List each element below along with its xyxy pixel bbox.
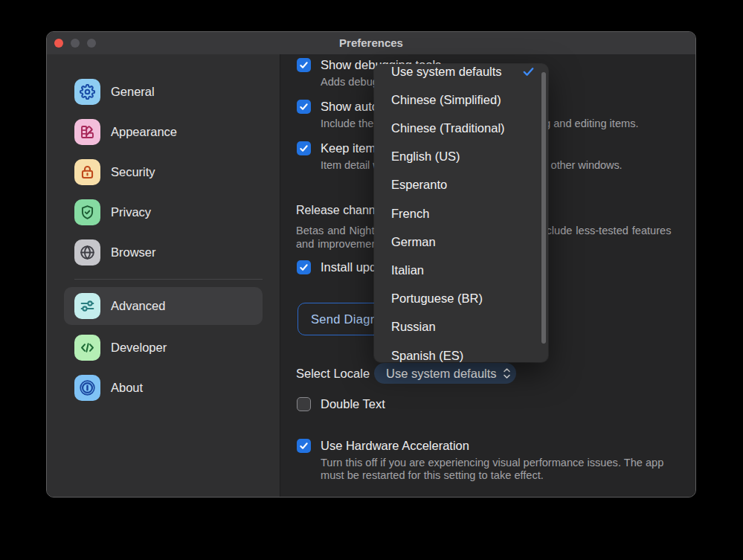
sidebar-item-developer[interactable]: Developer [64,327,263,367]
keep-item-details-checkbox[interactable] [297,141,311,155]
select-locale-row: Select Locale Use system defaults [296,367,370,381]
sidebar-item-about[interactable]: About [64,367,263,408]
titlebar: Preferences [47,32,695,55]
menu-item[interactable]: Chinese (Traditional) [374,114,548,142]
checkmark-icon [299,263,309,272]
sidebar-item-general[interactable]: General [64,71,263,112]
globe-icon [74,239,100,265]
setting-hardware-acceleration: Use Hardware Acceleration [297,439,469,453]
setting-description: Turn this off if you are experiencing vi… [321,457,670,482]
menu-item-label: Use system defaults [391,65,522,79]
menu-item-label: Chinese (Traditional) [391,121,535,135]
menu-item[interactable]: Esperanto [374,171,548,199]
menu-item[interactable]: Use system defaults [374,64,548,86]
sidebar-item-security[interactable]: Security [64,152,263,192]
chevron-up-down-icon [503,367,511,379]
sidebar-item-label: Appearance [111,125,177,139]
checkmark-icon [299,144,309,153]
sidebar-item-label: Security [111,165,155,179]
double-text-checkbox[interactable] [297,397,311,411]
sidebar-item-advanced[interactable]: Advanced [64,287,263,325]
window-title: Preferences [47,32,695,54]
color-swatches-icon [74,119,100,145]
sidebar-item-label: Privacy [111,205,151,219]
hardware-acceleration-checkbox[interactable] [297,439,311,453]
release-channel-heading: Release channel [296,204,385,217]
preferences-window: Preferences General [46,31,696,498]
menu-item-label: Chinese (Simplified) [391,93,535,107]
menu-item[interactable]: Italian [374,256,548,284]
show-automatic-suggestions-checkbox[interactable] [297,100,311,114]
setting-title: Double Text [321,397,385,411]
sidebar-item-appearance[interactable]: Appearance [64,112,263,152]
selected-checkmark-icon [522,65,535,78]
sidebar-item-label: Advanced [111,299,165,313]
sidebar-item-browser[interactable]: Browser [64,232,263,272]
menu-item-label: Portuguese (BR) [391,292,535,306]
menu-item[interactable]: Portuguese (BR) [374,285,548,313]
shield-check-icon [74,199,100,225]
menu-item[interactable]: English (US) [374,143,548,171]
sidebar: General Appearance [47,54,280,497]
show-debugging-tools-checkbox[interactable] [297,58,311,72]
menu-item[interactable]: Spanish (ES) [374,341,548,362]
sidebar-item-label: Browser [111,245,156,260]
locale-dropdown-menu: Use system defaults Chinese (Simplified)… [374,64,548,362]
setting-title: Use Hardware Acceleration [321,439,469,453]
sidebar-divider [74,279,263,280]
checkmark-icon [299,102,309,112]
install-updates-checkbox[interactable] [297,260,311,274]
menu-item-label: English (US) [391,149,535,164]
window-body: General Appearance [47,54,695,497]
gear-icon [74,79,100,105]
lock-icon [74,159,100,185]
menu-item-label: Italian [391,263,535,277]
sidebar-item-label: General [111,85,155,99]
locale-select[interactable]: Use system defaults [374,363,516,384]
checkmark-icon [299,60,309,70]
menu-item[interactable]: Russian [374,313,548,341]
menu-scrollbar[interactable] [541,72,546,344]
onepassword-logo-icon [74,375,100,401]
menu-item-label: Esperanto [391,178,535,192]
sliders-icon [74,293,100,319]
menu-item-label: Spanish (ES) [391,349,535,363]
code-icon [74,335,100,361]
menu-item-label: Russian [391,320,535,334]
sidebar-item-label: Developer [111,341,167,355]
sidebar-list: General Appearance [64,71,263,408]
menu-item[interactable]: French [374,199,548,228]
setting-double-text: Double Text [297,397,385,411]
desktop-background: Preferences General [0,0,743,560]
sidebar-item-label: About [111,381,143,395]
menu-item-label: German [391,235,535,249]
checkmark-icon [299,441,309,451]
sidebar-item-privacy[interactable]: Privacy [64,192,263,232]
locale-select-value: Use system defaults [386,367,497,381]
menu-item-label: French [391,207,535,221]
menu-item[interactable]: German [374,228,548,256]
menu-item[interactable]: Chinese (Simplified) [374,86,548,114]
select-locale-label: Select Locale [296,367,370,381]
